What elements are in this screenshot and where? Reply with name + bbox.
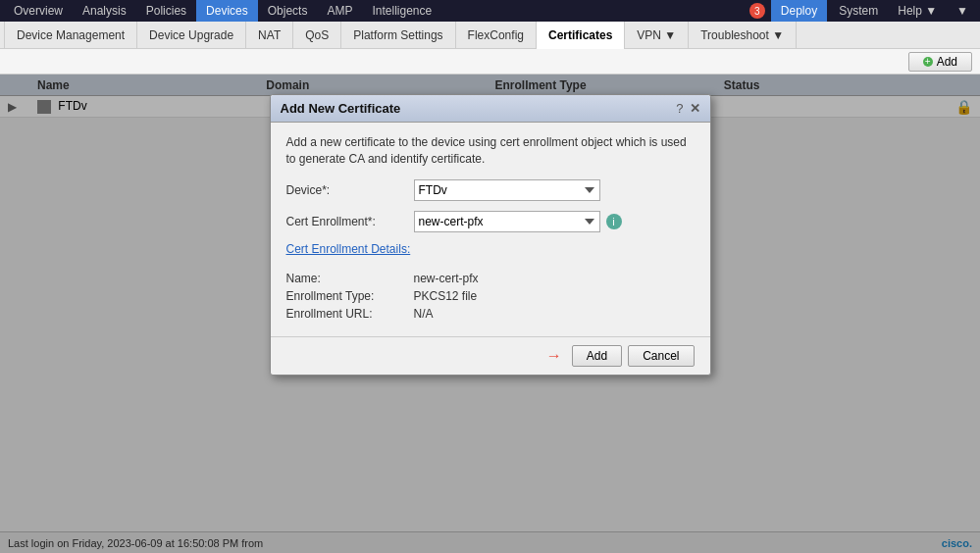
cert-enrollment-type-label: Enrollment Type: — [286, 289, 414, 303]
device-label: Device*: — [286, 183, 414, 197]
close-icon[interactable]: ✕ — [690, 101, 700, 116]
modal-header-icons: ? ✕ — [676, 101, 699, 116]
cert-details-table: Name: new-cert-pfx Enrollment Type: PKCS… — [286, 272, 695, 321]
modal-overlay: Add New Certificate ? ✕ Add a new certif… — [0, 75, 980, 553]
top-nav-left: Overview Analysis Policies Devices Objec… — [4, 0, 441, 22]
nav-objects[interactable]: Objects — [258, 0, 318, 22]
device-form-row: Device*: FTDv — [286, 179, 695, 201]
modal-cancel-button[interactable]: Cancel — [628, 345, 694, 367]
device-control-wrap: FTDv — [414, 179, 600, 201]
device-select[interactable]: FTDv — [414, 179, 600, 201]
add-button[interactable]: + Add — [908, 52, 972, 72]
subnav-certificates[interactable]: Certificates — [537, 22, 625, 49]
nav-policies[interactable]: Policies — [136, 0, 196, 22]
nav-intelligence[interactable]: Intelligence — [362, 0, 441, 22]
deploy-button[interactable]: Deploy — [771, 0, 827, 22]
top-nav-right: 3 Deploy System Help ▼ ▼ — [749, 0, 976, 22]
cert-enrollment-url-row: Enrollment URL: N/A — [286, 307, 695, 321]
cert-enrollment-label: Cert Enrollment*: — [286, 215, 414, 228]
notification-badge[interactable]: 3 — [749, 3, 765, 19]
modal-description: Add a new certificate to the device usin… — [286, 134, 695, 168]
subnav-nat[interactable]: NAT — [246, 22, 293, 49]
cert-name-value: new-cert-pfx — [414, 272, 479, 285]
modal-footer: → Add Cancel — [271, 336, 710, 375]
add-label: Add — [937, 55, 957, 69]
subnav-device-upgrade[interactable]: Device Upgrade — [137, 22, 246, 49]
add-icon: + — [923, 57, 933, 67]
subnav-qos[interactable]: QoS — [293, 22, 341, 49]
cert-enrollment-control-wrap: new-cert-pfx i — [414, 211, 622, 232]
nav-analysis[interactable]: Analysis — [73, 0, 136, 22]
cert-details-section: Cert Enrollment Details: — [286, 242, 695, 264]
toolbar: + Add — [0, 49, 980, 75]
cert-enrollment-url-value: N/A — [414, 307, 434, 321]
cert-details-link[interactable]: Cert Enrollment Details: — [286, 242, 411, 256]
main-content: Name Domain Enrollment Type Status ▶ FTD… — [0, 75, 980, 553]
cert-enrollment-form-row: Cert Enrollment*: new-cert-pfx i — [286, 211, 695, 232]
subnav-flexconfig[interactable]: FlexConfig — [456, 22, 537, 49]
cert-enrollment-type-row: Enrollment Type: PKCS12 file — [286, 289, 695, 303]
help-icon[interactable]: ? — [676, 101, 683, 116]
sub-navigation: Device Management Device Upgrade NAT QoS… — [0, 22, 980, 49]
cert-enrollment-type-value: PKCS12 file — [414, 289, 478, 303]
modal-body: Add a new certificate to the device usin… — [271, 123, 710, 336]
subnav-platform-settings[interactable]: Platform Settings — [341, 22, 455, 49]
add-certificate-modal: Add New Certificate ? ✕ Add a new certif… — [270, 94, 711, 376]
top-navigation: Overview Analysis Policies Devices Objec… — [0, 0, 980, 22]
modal-title: Add New Certificate — [281, 101, 401, 116]
cert-enrollment-url-label: Enrollment URL: — [286, 307, 414, 321]
modal-add-button[interactable]: Add — [572, 345, 622, 367]
arrow-indicator: → — [546, 347, 562, 365]
help-link[interactable]: Help ▼ — [890, 2, 945, 20]
info-icon[interactable]: i — [606, 214, 622, 229]
modal-header: Add New Certificate ? ✕ — [271, 95, 710, 123]
system-link[interactable]: System — [831, 2, 886, 20]
subnav-device-management[interactable]: Device Management — [4, 22, 137, 49]
cert-name-row: Name: new-cert-pfx — [286, 272, 695, 285]
nav-devices[interactable]: Devices — [196, 0, 258, 22]
nav-overview[interactable]: Overview — [4, 0, 73, 22]
nav-amp[interactable]: AMP — [317, 0, 362, 22]
subnav-troubleshoot[interactable]: Troubleshoot ▼ — [689, 22, 797, 49]
cert-enrollment-select[interactable]: new-cert-pfx — [414, 211, 600, 232]
subnav-vpn[interactable]: VPN ▼ — [625, 22, 689, 49]
cert-name-label: Name: — [286, 272, 414, 285]
settings-icon[interactable]: ▼ — [949, 2, 976, 20]
